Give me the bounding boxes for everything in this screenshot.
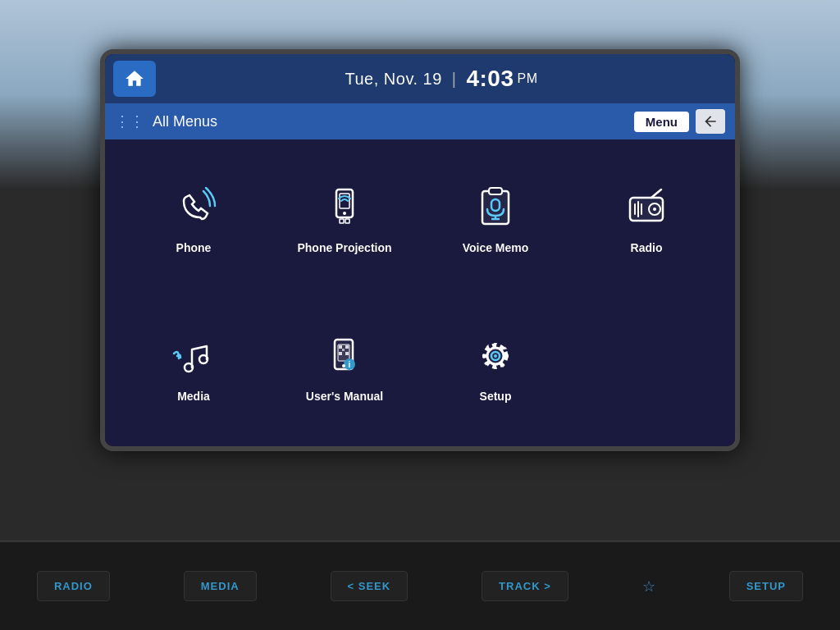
menu-button[interactable]: Menu — [634, 112, 689, 132]
radio-icon — [620, 181, 673, 234]
phone-projection-icon — [318, 181, 371, 234]
physical-controls-strip: RADIO MEDIA < SEEK TRACK > ☆ SETUP — [0, 540, 840, 630]
seek-physical-button[interactable]: < SEEK — [331, 571, 409, 601]
menu-item-media[interactable]: Media — [121, 296, 266, 438]
media-label: Media — [177, 389, 210, 404]
svg-line-11 — [651, 189, 661, 198]
svg-rect-23 — [339, 352, 342, 355]
ampm-text: PM — [518, 71, 538, 86]
time-text: 4:03 — [466, 66, 514, 92]
phone-icon — [167, 181, 220, 234]
setup-icon — [469, 330, 522, 382]
svg-point-16 — [653, 208, 656, 211]
menu-item-voice-memo[interactable]: Voice Memo — [423, 148, 568, 290]
radio-physical-button[interactable]: RADIO — [37, 571, 110, 601]
svg-rect-21 — [339, 345, 342, 349]
svg-rect-22 — [345, 345, 349, 349]
svg-text:i: i — [349, 360, 351, 369]
users-manual-icon: i — [318, 330, 371, 382]
radio-label: Radio — [631, 240, 663, 255]
home-button[interactable] — [113, 61, 156, 97]
svg-rect-6 — [489, 188, 502, 194]
menu-item-users-manual[interactable]: i User's Manual — [272, 296, 417, 438]
setup-physical-button[interactable]: SETUP — [729, 571, 803, 601]
phone-projection-label: Phone Projection — [297, 240, 391, 255]
menu-item-radio[interactable]: Radio — [574, 148, 719, 290]
users-manual-label: User's Manual — [306, 389, 383, 404]
subheader: ⋮⋮ All Menus Menu — [105, 103, 735, 139]
separator: | — [452, 70, 457, 89]
track-physical-button[interactable]: TRACK > — [482, 571, 568, 601]
menu-item-phone-projection[interactable]: Phone Projection — [272, 148, 417, 290]
svg-point-2 — [343, 212, 346, 215]
svg-point-31 — [494, 354, 497, 358]
menu-item-setup[interactable]: Setup — [423, 296, 568, 438]
menu-grid: Phone — [105, 139, 735, 446]
svg-rect-4 — [345, 219, 349, 223]
date-text: Tue, Nov. 19 — [345, 70, 441, 89]
all-menus-label: All Menus — [153, 113, 634, 130]
favorite-physical-button[interactable]: ☆ — [642, 578, 655, 596]
svg-point-28 — [342, 364, 345, 368]
screen: Tue, Nov. 19 | 4:03 PM ⋮⋮ All Menus Menu — [105, 54, 735, 446]
media-physical-button[interactable]: MEDIA — [184, 571, 257, 601]
media-icon — [167, 330, 220, 382]
header-datetime: Tue, Nov. 19 | 4:03 PM — [156, 66, 727, 92]
phone-label: Phone — [176, 240, 212, 255]
menu-item-phone[interactable]: Phone — [121, 148, 266, 290]
back-button[interactable] — [696, 109, 725, 134]
svg-rect-3 — [340, 219, 344, 223]
grid-icon: ⋮⋮ — [115, 112, 144, 130]
voice-memo-icon — [469, 181, 522, 234]
header: Tue, Nov. 19 | 4:03 PM — [105, 54, 735, 103]
car-background: Tue, Nov. 19 | 4:03 PM ⋮⋮ All Menus Menu — [0, 0, 840, 630]
setup-label: Setup — [480, 389, 512, 404]
svg-rect-25 — [345, 352, 349, 355]
screen-bezel: Tue, Nov. 19 | 4:03 PM ⋮⋮ All Menus Menu — [100, 49, 740, 451]
svg-rect-24 — [342, 349, 345, 351]
voice-memo-label: Voice Memo — [463, 240, 529, 255]
